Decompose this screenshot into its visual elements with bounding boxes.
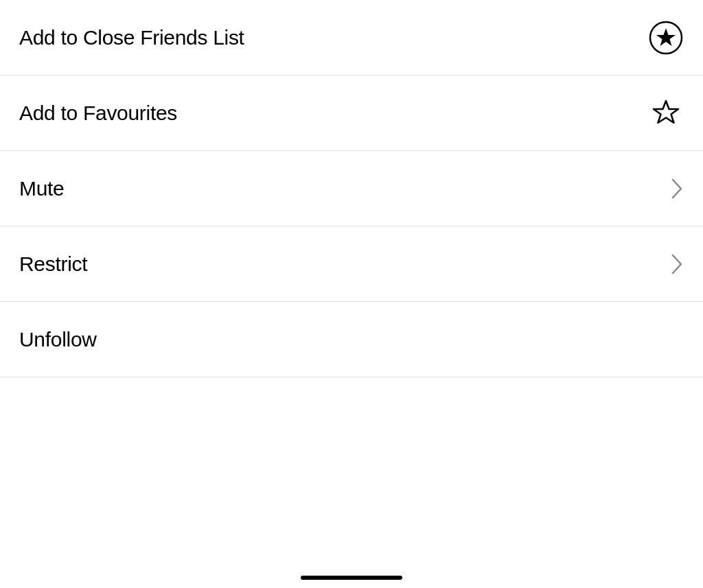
- close-friends-icon: [648, 20, 684, 56]
- favourites-label: Add to Favourites: [19, 102, 177, 125]
- unfollow-item[interactable]: Unfollow: [0, 302, 703, 377]
- unfollow-label: Unfollow: [19, 328, 97, 351]
- close-friends-label: Add to Close Friends List: [19, 26, 244, 49]
- home-indicator: [301, 576, 402, 580]
- svg-marker-2: [654, 101, 678, 123]
- favourites-icon: [648, 95, 684, 131]
- mute-item[interactable]: Mute: [0, 151, 703, 226]
- mute-chevron-icon: [670, 177, 684, 200]
- restrict-label: Restrict: [19, 252, 87, 276]
- restrict-chevron-icon: [670, 252, 684, 276]
- close-friends-item[interactable]: Add to Close Friends List: [0, 0, 703, 75]
- svg-marker-1: [656, 28, 676, 46]
- mute-label: Mute: [19, 177, 65, 200]
- favourites-item[interactable]: Add to Favourites: [0, 75, 703, 151]
- restrict-item[interactable]: Restrict: [0, 226, 703, 302]
- menu-list: Add to Close Friends List Add to Favouri…: [0, 0, 703, 377]
